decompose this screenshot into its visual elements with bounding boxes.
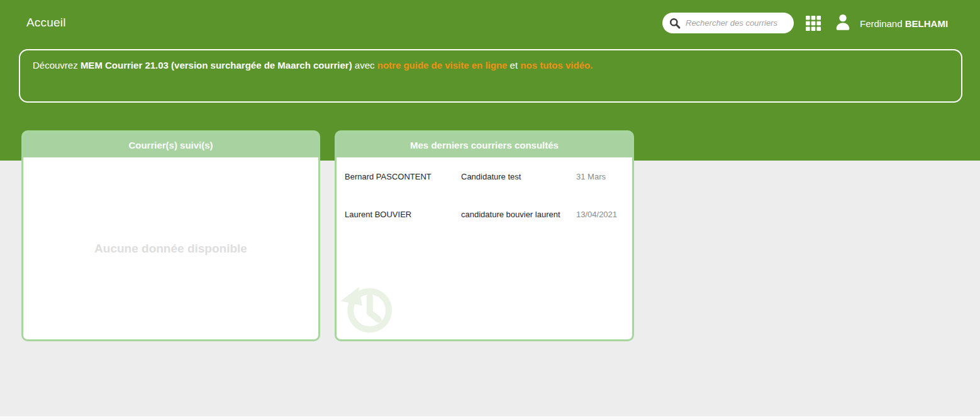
search-input[interactable]: [681, 18, 788, 28]
apps-grid-icon[interactable]: [806, 16, 821, 31]
announcement-banner: Découvrez MEM Courrier 21.03 (version su…: [19, 49, 962, 103]
announcement-period: .: [590, 60, 593, 71]
page: Accueil: [0, 0, 980, 420]
tutos-link[interactable]: nos tutos vidéo: [520, 60, 590, 71]
user-name: Ferdinand BELHAMI: [860, 18, 948, 29]
mail-sender: Laurent BOUVIER: [345, 210, 461, 219]
mail-row[interactable]: Bernard PASCONTENT Candidature test 31 M…: [337, 157, 632, 195]
mail-row[interactable]: Laurent BOUVIER candidature bouvier laur…: [337, 195, 632, 233]
mail-date: 13/04/2021: [576, 210, 617, 219]
announcement-text: Découvrez MEM Courrier 21.03 (version su…: [33, 60, 949, 71]
mail-sender: Bernard PASCONTENT: [345, 172, 461, 181]
search-bar[interactable]: [662, 13, 794, 33]
followed-mails-card-title: Courrier(s) suivi(s): [23, 132, 318, 157]
user-menu[interactable]: Ferdinand BELHAMI: [834, 14, 948, 33]
last-viewed-mails-card-body: Bernard PASCONTENT Candidature test 31 M…: [337, 157, 632, 339]
bottom-strip: [0, 416, 980, 420]
mail-subject: Candidature test: [461, 172, 576, 181]
followed-mails-card-body: Aucune donnée disponible: [23, 157, 318, 339]
followed-mails-card: Courrier(s) suivi(s) Aucune donnée dispo…: [21, 130, 320, 341]
history-icon: [340, 280, 398, 338]
last-viewed-mails-card: Mes derniers courriers consultés Bernard…: [335, 130, 634, 341]
user-icon: [834, 13, 852, 33]
last-viewed-mails-card-title: Mes derniers courriers consultés: [337, 132, 632, 157]
mail-subject: candidature bouvier laurent: [461, 210, 576, 219]
empty-message: Aucune donnée disponible: [23, 157, 318, 339]
page-title: Accueil: [26, 16, 66, 30]
search-icon: [669, 17, 681, 30]
mail-date: 31 Mars: [576, 172, 606, 181]
guide-link[interactable]: notre guide de visite en ligne: [377, 60, 508, 71]
